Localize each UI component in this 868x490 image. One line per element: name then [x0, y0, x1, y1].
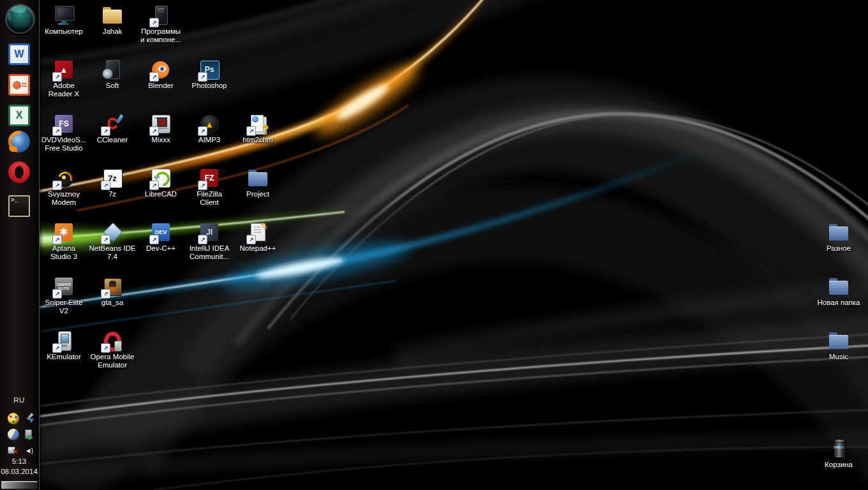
korzina-icon [827, 438, 850, 459]
desktop-icon-project[interactable]: Project [230, 167, 285, 198]
novaya-papka-icon [827, 276, 850, 297]
intellij-idea-icon: JI↗ [198, 221, 221, 243]
desktop-icon-opera-mobile[interactable]: ↗Opera Mobile Emulator [85, 330, 140, 369]
aimp3-icon: ▲↗ [198, 113, 221, 135]
photoshop-icon: Ps↗ [198, 59, 221, 80]
desktop-icon-htm2chm[interactable]: ?↗htm2chm [230, 113, 285, 144]
desktop-icon-svyaznoy-modem[interactable]: ↗Svyaznoy Modem [36, 167, 91, 207]
desktop-icon-ccleaner[interactable]: C↗CCleaner [85, 113, 140, 144]
taskbar-app-excel-icon[interactable]: X [8, 105, 30, 126]
kemulator-icon: ↗ [52, 330, 75, 352]
desktop-icon-label: Blender [133, 82, 188, 90]
shortcut-arrow-overlay: ↗ [149, 235, 159, 244]
desktop-icon-label: htm2chm [230, 136, 285, 144]
desktop-icon-label: Программы и компоне... [133, 27, 188, 44]
desktop-icon-7z[interactable]: 7z↗7z [85, 167, 140, 198]
desktop-icon-adobe-reader[interactable]: ▲↗Adobe Reader X [36, 59, 91, 98]
devcpp-icon: DEV↗ [149, 221, 172, 243]
desktop-icon-label: Notepad++ [230, 244, 285, 253]
desktop-icon-label: Soft [85, 82, 140, 90]
shortcut-arrow-overlay: ↗ [198, 181, 207, 190]
ccleaner-icon: C↗ [101, 113, 124, 135]
desktop-icon-blender[interactable]: ↗Blender [133, 59, 188, 90]
desktop-icon-programs[interactable]: ↗Программы и компоне... [133, 4, 188, 44]
desktop-icon-notepadpp[interactable]: ✎↗Notepad++ [230, 221, 285, 253]
desktop-icon-label: Adobe Reader X [36, 82, 91, 98]
show-desktop-button[interactable] [1, 481, 38, 489]
desktop-icon-raznoe[interactable]: Разное [811, 221, 866, 253]
network-disconnected-tray-icon[interactable]: ✕ [7, 445, 19, 456]
desktop-icon-label: Dev-C++ [133, 244, 188, 253]
sniper-elite-v2-icon: SNIPER ELITE↗ [52, 276, 75, 297]
shortcut-arrow-overlay: ↗ [101, 181, 110, 190]
tool-download-tray-icon[interactable] [24, 413, 35, 424]
desktop-icon-sniper-elite-v2[interactable]: SNIPER ELITE↗Sniper Elite V2 [36, 276, 91, 315]
taskbar-app-opera-icon[interactable] [8, 161, 30, 183]
shortcut-arrow-overlay: ↗ [198, 235, 207, 244]
desktop-icon-label: Project [230, 190, 285, 198]
opera-mobile-icon: ↗ [101, 330, 124, 352]
mixxx-icon: ↗ [149, 113, 172, 135]
desktop-icon-soft[interactable]: Soft [85, 59, 140, 90]
language-indicator[interactable]: RU [0, 396, 38, 404]
desktop-icon-novaya-papka[interactable]: Новая папка [811, 276, 866, 307]
desktop-icon-label: Aptana Studio 3 [36, 244, 91, 261]
desktop-icon-label: Opera Mobile Emulator [85, 353, 140, 369]
shortcut-arrow-overlay: ↗ [52, 289, 62, 299]
aptana-icon: ✱↗ [52, 221, 75, 243]
shortcut-arrow-overlay: ↗ [198, 72, 207, 82]
desktop-icon-jahak[interactable]: Jahak [85, 4, 140, 36]
filezilla-icon: FZ↗ [198, 167, 221, 189]
desktop-icon-kemulator[interactable]: ↗KEmulator [36, 330, 91, 361]
notepadpp-icon: ✎↗ [246, 221, 269, 243]
programs-icon: ↗ [149, 4, 172, 26]
desktop-screen: КомпьютерJahak↗Программы и компоне...▲↗A… [0, 0, 868, 490]
taskbar-date[interactable]: 08.03.2014 [0, 468, 38, 475]
taskbar-clock[interactable]: 5:13 [0, 457, 38, 465]
safely-remove-tray-icon[interactable] [24, 429, 35, 440]
volume-tray-icon[interactable]: ◄) [23, 445, 34, 456]
desktop-icon-dvdvideosoft[interactable]: FS↗DVDVideoS... Free Studio [36, 113, 91, 152]
raznoe-icon [827, 221, 850, 243]
desktop-icon-label: FileZilla Client [182, 190, 237, 207]
computer-icon [52, 4, 75, 26]
desktop-icon-gta-sa[interactable]: ↗gta_sa [85, 276, 140, 307]
desktop-icon-aptana[interactable]: ✱↗Aptana Studio 3 [36, 221, 91, 261]
music-icon [827, 330, 850, 352]
librecad-icon: ↗ [149, 167, 172, 189]
desktop-icon-intellij-idea[interactable]: JI↗IntelliJ IDEA Communit... [182, 221, 237, 261]
shortcut-arrow-overlay: ↗ [101, 343, 110, 353]
desktop-icon-filezilla[interactable]: FZ↗FileZilla Client [182, 167, 237, 207]
desktop-icon-korzina[interactable]: Корзина [811, 438, 866, 469]
taskbar: WX>_ RU ✕◄) 5:13 08.03.2014 [0, 0, 40, 490]
shortcut-arrow-overlay: ↗ [149, 181, 159, 190]
desktop-icon-label: Новая папка [811, 299, 866, 307]
shortcut-arrow-overlay: ↗ [149, 126, 159, 136]
taskbar-app-word-icon[interactable]: W [8, 43, 30, 65]
desktop-icon-music[interactable]: Music [811, 330, 866, 361]
desktop-icon-label: Svyaznoy Modem [36, 190, 91, 207]
desktop-icon-mixxx[interactable]: ↗Mixxx [133, 113, 188, 144]
desktop-icon-netbeans[interactable]: ↗NetBeans IDE 7.4 [85, 221, 140, 261]
desktop-icon-aimp3[interactable]: ▲↗AIMP3 [182, 113, 237, 144]
taskbar-app-firefox-icon[interactable] [8, 131, 30, 152]
taskbar-app-terminal-icon[interactable]: >_ [8, 195, 30, 217]
desktop-icon-label: NetBeans IDE 7.4 [85, 244, 140, 261]
desktop-icon-label: Корзина [811, 461, 866, 469]
soft-icon [101, 59, 124, 80]
desktop-icon-photoshop[interactable]: Ps↗Photoshop [182, 59, 237, 90]
desktop-icon-computer[interactable]: Компьютер [36, 4, 91, 36]
shortcut-arrow-overlay: ↗ [52, 72, 62, 82]
desktop-icon-librecad[interactable]: ↗LibreCAD [133, 167, 188, 198]
desktop-icon-label: Photoshop [182, 82, 237, 90]
htm2chm-icon: ?↗ [246, 113, 269, 135]
shortcut-arrow-overlay: ↗ [101, 235, 110, 244]
desktop-icon-label: Компьютер [36, 27, 91, 36]
blender-icon: ↗ [149, 59, 172, 80]
desktop-icon-devcpp[interactable]: DEV↗Dev-C++ [133, 221, 188, 253]
half-sphere-tray-icon[interactable] [8, 429, 19, 440]
taskbar-app-powerpoint-icon[interactable] [8, 74, 30, 96]
color-ball-tray-icon[interactable] [8, 413, 19, 424]
start-button-orb[interactable] [5, 4, 35, 34]
shortcut-arrow-overlay: ↗ [198, 126, 207, 136]
